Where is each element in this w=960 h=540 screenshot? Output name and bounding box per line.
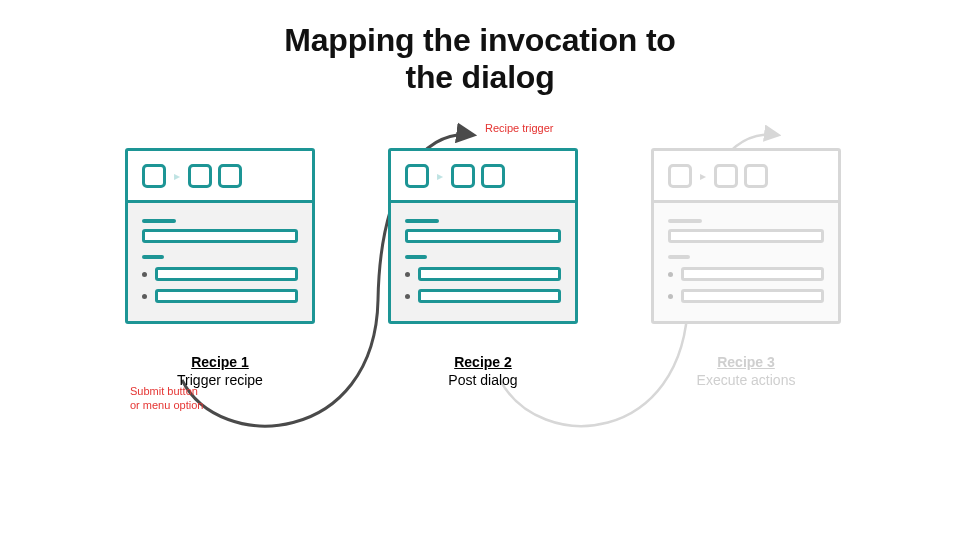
field-bar	[418, 289, 561, 303]
field-bar	[155, 267, 298, 281]
field-bar	[142, 229, 298, 243]
card-desc: Trigger recipe	[125, 372, 315, 388]
bullet-icon	[405, 294, 410, 299]
annotation-submit: Submit button or menu option	[130, 385, 203, 413]
card-header: ▸	[391, 151, 575, 203]
recipe-card-2: ▸ Recipe 2 Post dialog	[388, 148, 578, 388]
list-row	[142, 267, 298, 281]
list-row	[668, 289, 824, 303]
card-name: Recipe 3	[651, 354, 841, 370]
card-name: Recipe 2	[388, 354, 578, 370]
field-label-stub	[142, 219, 176, 223]
list-row	[668, 267, 824, 281]
card-body	[654, 203, 838, 321]
title-line-2: the dialog	[0, 59, 960, 96]
field-bar	[668, 229, 824, 243]
step-icon	[668, 164, 692, 188]
card-header: ▸	[654, 151, 838, 203]
title-line-1: Mapping the invocation to	[0, 22, 960, 59]
card-desc: Execute actions	[651, 372, 841, 388]
list-row	[405, 289, 561, 303]
list-row	[405, 267, 561, 281]
field-label-stub	[668, 219, 702, 223]
diagram-stage: Mapping the invocation to the dialog Sub…	[0, 0, 960, 540]
bullet-icon	[405, 272, 410, 277]
bullet-icon	[668, 294, 673, 299]
bullet-icon	[142, 294, 147, 299]
step-icon	[481, 164, 505, 188]
card-caption: Recipe 3 Execute actions	[651, 354, 841, 388]
step-icon	[405, 164, 429, 188]
card-header: ▸	[128, 151, 312, 203]
field-bar	[681, 289, 824, 303]
step-icon	[714, 164, 738, 188]
field-bar	[681, 267, 824, 281]
step-icon	[188, 164, 212, 188]
field-label-stub	[142, 255, 164, 259]
chevron-right-icon: ▸	[174, 169, 180, 183]
recipe-card-3: ▸ Recipe 3 Execute actions	[651, 148, 841, 388]
step-icon	[744, 164, 768, 188]
page-title: Mapping the invocation to the dialog	[0, 22, 960, 96]
annotation-trigger: Recipe trigger	[485, 122, 553, 136]
card-frame: ▸	[651, 148, 841, 324]
field-bar	[155, 289, 298, 303]
step-icon	[142, 164, 166, 188]
card-name: Recipe 1	[125, 354, 315, 370]
card-caption: Recipe 2 Post dialog	[388, 354, 578, 388]
field-bar	[418, 267, 561, 281]
list-row	[142, 289, 298, 303]
step-icon	[451, 164, 475, 188]
card-frame: ▸	[388, 148, 578, 324]
card-caption: Recipe 1 Trigger recipe	[125, 354, 315, 388]
recipe-card-1: ▸ Recipe 1 Trigger recipe	[125, 148, 315, 388]
step-icon	[218, 164, 242, 188]
bullet-icon	[668, 272, 673, 277]
card-frame: ▸	[125, 148, 315, 324]
bullet-icon	[142, 272, 147, 277]
card-body	[128, 203, 312, 321]
field-label-stub	[405, 255, 427, 259]
chevron-right-icon: ▸	[700, 169, 706, 183]
field-label-stub	[405, 219, 439, 223]
card-body	[391, 203, 575, 321]
card-desc: Post dialog	[388, 372, 578, 388]
chevron-right-icon: ▸	[437, 169, 443, 183]
field-bar	[405, 229, 561, 243]
field-label-stub	[668, 255, 690, 259]
